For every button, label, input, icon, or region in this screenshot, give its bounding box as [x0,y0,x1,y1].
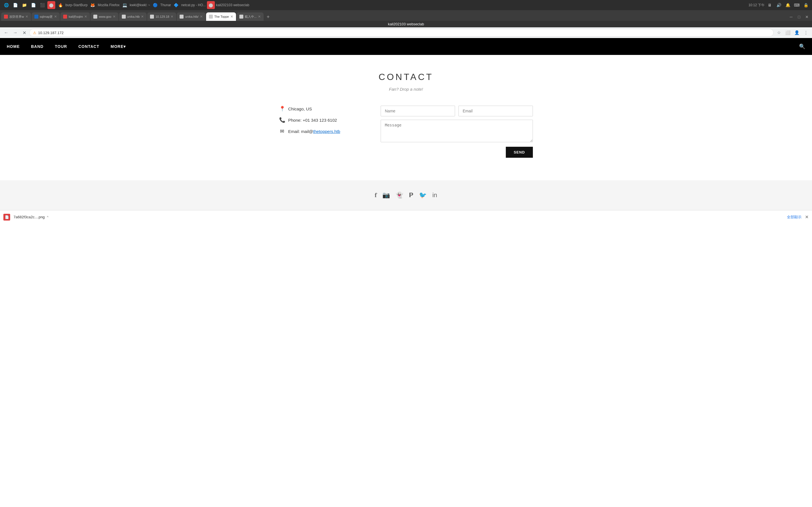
browser-top-toolbar: 🌐 📄 📁 📄 ⬛ ⬤ 🔥 burp-StartBurp 🦊 Mozilla F… [0,0,812,10]
back-button[interactable]: ← [2,29,10,37]
download-bar: 📄 7a682f3ca2c....png ^ 全部顯示 ✕ [0,210,812,224]
tab-close-8[interactable]: ✕ [231,15,233,18]
address-row: 📍 Chicago, US [279,106,364,112]
instagram-icon[interactable]: 📷 [382,191,390,199]
address-bar[interactable]: ⚠ 10.129.187.172 [29,29,774,37]
snapchat-icon[interactable]: 👻 [396,191,403,199]
tab-3[interactable]: kali的sqlm ✕ [60,12,90,21]
tooltip-text: kali202103 webseclab [388,22,424,26]
site-nav-items: HOME BAND TOUR CONTACT MORE▾ [7,44,126,49]
show-all-button[interactable]: 全部顯示 [787,215,802,220]
firefox-icon[interactable]: 🦊 [89,1,97,9]
nav-bar: ← → ✕ ⚠ 10.129.187.172 ☆ ⬜ 👤 ⋮ [0,27,812,38]
nav-right-icons: ☆ ⬜ 👤 ⋮ [775,29,810,37]
tablet-mode-icon[interactable]: ⬜ [784,29,792,37]
thunar-icon[interactable]: 🔵 [151,1,159,9]
app-icon-3[interactable]: 📁 [20,1,28,9]
app-icon-2[interactable]: 📄 [11,1,19,9]
close-download-button[interactable]: ✕ [805,214,809,220]
window-restore[interactable]: □ [795,13,803,21]
email-link[interactable]: thetoppers.htb [313,129,340,134]
vscode-icon[interactable]: 🔷 [172,1,180,9]
name-input[interactable] [380,106,455,116]
keyboard-icon[interactable]: ⌨ [793,1,801,9]
bookmark-icon[interactable]: ☆ [775,29,783,37]
phone-text: Phone: +01 343 123 6102 [288,118,337,122]
tab-6[interactable]: 10.129.18 ✕ [147,12,176,21]
menu-icon[interactable]: ⋮ [802,29,810,37]
tab-8[interactable]: The Toppe ✕ [206,12,236,21]
burp-icon[interactable]: 🔥 [56,1,64,9]
tab-close-1[interactable]: ✕ [26,15,28,18]
tab-favicon-8 [209,15,213,18]
pinterest-icon[interactable]: 𝗣 [409,191,413,199]
search-icon[interactable]: 🔍 [799,43,805,50]
tab-close-3[interactable]: ✕ [84,15,87,18]
volume-icon[interactable]: 🔊 [775,1,783,9]
tab-4[interactable]: www.goo ✕ [91,12,118,21]
chrome-icon[interactable]: ⬤ [47,1,55,9]
tab-close-7[interactable]: ✕ [200,15,203,18]
message-input[interactable] [380,120,533,142]
thunar-label: Thunar [160,3,171,7]
tab-label-3: kali的sqlm [68,15,83,19]
download-item: 7a682f3ca2c....png ^ [13,215,49,219]
browser-window: 🌐 📄 📁 📄 ⬛ ⬤ 🔥 burp-StartBurp 🦊 Mozilla F… [0,0,812,224]
linkedin-icon[interactable]: in [432,191,437,199]
clock: 10:12 下午 [749,3,765,8]
form-send-row: SEND [380,147,533,158]
tab-label-6: 10.129.18 [155,15,169,18]
tab-7[interactable]: unika.htb/ ✕ [177,12,206,21]
nav-more[interactable]: MORE▾ [110,44,126,49]
tab-favicon-5 [122,15,126,18]
app-icon-5[interactable]: ⬛ [38,1,46,9]
nav-tour[interactable]: TOUR [55,44,67,49]
email-text: Email: mail@thetoppers.htb [288,129,340,134]
tab-close-6[interactable]: ✕ [170,15,173,18]
tab-close-5[interactable]: ✕ [141,15,144,18]
email-icon: ✉ [279,128,285,134]
profile-icon[interactable]: 👤 [793,29,801,37]
tab-label-1: 攻防世界w [9,15,24,19]
website-content: HOME BAND TOUR CONTACT MORE▾ 🔍 CONTACT F… [0,38,812,210]
tab-close-2[interactable]: ✕ [54,15,57,18]
download-file-icon: 📄 [3,214,10,221]
location-icon: 📍 [279,106,285,112]
new-tab-btn[interactable]: + [264,13,272,21]
window-minimize[interactable]: ─ [787,13,795,21]
lock-icon[interactable]: 🔒 [802,1,810,9]
tab-favicon-2 [35,15,38,18]
email-input[interactable] [458,106,533,116]
tab-2[interactable]: sqlmap更 ✕ [32,12,60,21]
app-icon-4[interactable]: 📄 [29,1,37,9]
forward-button[interactable]: → [11,29,19,37]
display-icon[interactable]: 🖥 [766,1,774,9]
chrome-icon-2[interactable]: ⬤ [207,1,215,9]
window-close[interactable]: ✕ [803,13,811,21]
facebook-icon[interactable]: 𝐟 [375,191,377,199]
tab-1[interactable]: 攻防世界w ✕ [1,12,31,21]
download-expand-arrow[interactable]: ^ [47,216,49,219]
nav-home[interactable]: HOME [7,44,20,49]
tab-close-9[interactable]: ✕ [258,15,261,18]
nav-contact[interactable]: CONTACT [79,44,99,49]
send-button[interactable]: SEND [506,147,533,158]
contact-title: CONTACT [279,72,533,82]
twitter-icon[interactable]: 🐦 [419,191,426,199]
tab-close-4[interactable]: ✕ [113,15,116,18]
tooltip-bar: kali202103 webseclab [0,21,812,27]
tab-5[interactable]: unika.htb ✕ [119,12,147,21]
terminal-label: kwkl@kwkl: ~ [130,3,150,7]
tab-9[interactable]: 載入中... ✕ [237,12,264,21]
bell-icon[interactable]: 🔔 [784,1,792,9]
tab-label-7: unika.htb/ [185,15,199,18]
terminal-icon[interactable]: 💻 [121,1,129,9]
site-footer: 𝐟 📷 👻 𝗣 🐦 in [0,180,812,210]
app-icon-1[interactable]: 🌐 [2,1,10,9]
reload-button[interactable]: ✕ [20,29,28,37]
nav-band[interactable]: BAND [31,44,43,49]
form-name-email-row [380,106,533,116]
firefox-label: Mozilla Firefox [98,3,119,7]
tab-favicon-6 [150,15,154,18]
email-row: ✉ Email: mail@thetoppers.htb [279,128,364,134]
